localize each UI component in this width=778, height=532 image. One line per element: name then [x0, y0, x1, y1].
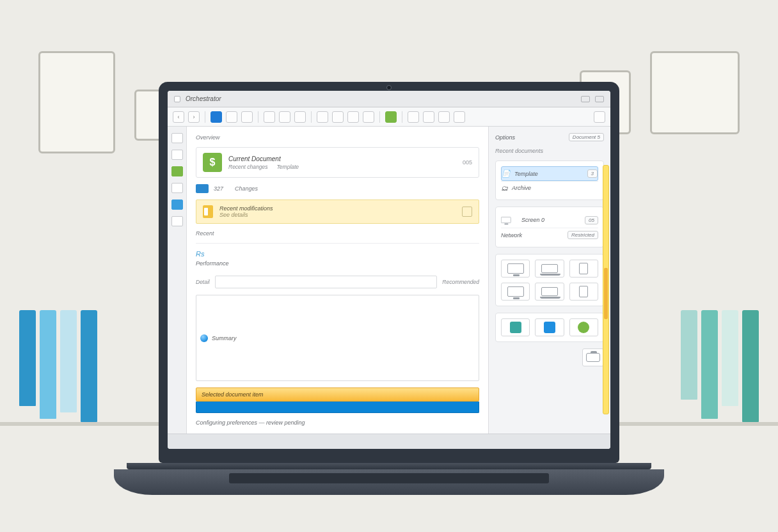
laptop: Orchestrator ‹ › — [159, 82, 619, 495]
toolbar-save-button[interactable] — [241, 111, 253, 123]
toolbar-align-center-button[interactable] — [423, 111, 434, 123]
rpanel-row4-badge: Restricted — [568, 231, 598, 239]
toolbar-forward-button[interactable]: › — [188, 111, 200, 123]
perf-small-label: Rs — [196, 250, 204, 258]
notice-bar[interactable]: Recent modifications See details — [196, 199, 479, 224]
rpanel-row-network[interactable]: Network Restricted — [501, 228, 598, 242]
rpanel-row2-label: Archive — [512, 185, 531, 191]
detail-input[interactable] — [215, 276, 438, 288]
section2-label: Recent — [196, 230, 479, 237]
rpanel-row1-label: Template — [514, 171, 538, 177]
green-circle-icon — [578, 322, 589, 333]
iconbar-home-icon[interactable] — [171, 133, 183, 143]
iconbar-active-icon[interactable] — [171, 166, 183, 176]
rpanel-card1: 📄Template 3 🗂Archive — [495, 160, 604, 200]
rpanel-row-archive[interactable]: 🗂Archive — [501, 181, 598, 194]
toolbar-open-button[interactable] — [226, 111, 237, 123]
card-sub2: Template — [276, 164, 299, 170]
laptop-icon — [541, 287, 558, 296]
card-sub1: Recent changes — [228, 164, 267, 170]
perf-head: Performance — [196, 260, 479, 267]
toolbar-paste-button[interactable] — [294, 111, 306, 123]
primary-card[interactable]: $ Current Document Recent changes Templa… — [196, 147, 479, 178]
progress-bar — [196, 402, 479, 413]
device-page-button[interactable] — [569, 260, 598, 278]
notice-folder-icon — [203, 205, 213, 218]
device-aux3-button[interactable] — [569, 283, 598, 301]
titlebar: Orchestrator — [168, 91, 610, 107]
iconbar-doc-icon[interactable] — [171, 150, 183, 160]
card-badge-icon: $ — [203, 153, 222, 172]
maximize-button[interactable] — [595, 96, 604, 102]
archive-icon: 🗂 — [501, 184, 508, 192]
section-label: Overview — [196, 134, 479, 141]
main-panel: Overview $ Current Document Recent chang… — [187, 127, 489, 434]
rpanel-row-template[interactable]: 📄Template 3 — [501, 166, 598, 181]
toolbar-barcode-button[interactable] — [347, 111, 359, 123]
iconbar-more-icon[interactable] — [171, 216, 183, 226]
toolbar-align-right-button[interactable] — [438, 111, 450, 123]
teal-square-icon — [510, 322, 521, 333]
card-title: Current Document — [228, 155, 456, 162]
selected-item-label: Selected document item — [202, 391, 264, 398]
detail-meta: Recommended — [442, 279, 479, 285]
rpanel-card2: Screen 0 05 Network Restricted — [495, 207, 604, 247]
notice-line1: Recent modifications — [219, 205, 273, 212]
monitor-icon — [507, 263, 524, 274]
toolbar-grid-button[interactable] — [332, 111, 344, 123]
toolbar-back-button[interactable]: ‹ — [173, 111, 184, 123]
right-panel: Options Document 5 Recent documents 📄Tem… — [489, 127, 610, 434]
vertical-scrollbar[interactable] — [603, 165, 609, 414]
taskbar — [168, 434, 610, 449]
toolbar-cut-button[interactable] — [264, 111, 275, 123]
toolbar-options-button[interactable] — [454, 111, 465, 123]
notice-line2: See details — [219, 212, 273, 218]
rpanel-row-screen[interactable]: Screen 0 05 — [501, 212, 598, 228]
toolbar-list-button[interactable] — [317, 111, 328, 123]
scrollbar-thumb[interactable] — [604, 268, 608, 319]
rpanel-tab[interactable]: Document 5 — [569, 133, 604, 141]
app-title: Orchestrator — [186, 95, 221, 102]
device-aux2-button[interactable] — [535, 283, 564, 301]
iconbar-folder-icon[interactable] — [171, 183, 183, 193]
page-icon — [579, 286, 588, 297]
asset-blue-button[interactable] — [535, 318, 564, 336]
monitor-icon — [507, 286, 524, 297]
stat-label: Changes — [235, 185, 258, 192]
toolbar-settings-button[interactable] — [594, 111, 605, 123]
status-text: Configuring preferences — review pending — [196, 419, 479, 426]
rpanel-row4-label: Network — [501, 232, 522, 239]
rpanel-group1-label: Recent documents — [495, 148, 604, 154]
rpanel-assets — [495, 313, 604, 342]
toolbar-view-button[interactable] — [363, 111, 374, 123]
performance-block: Rs Performance — [196, 243, 479, 269]
laptop-icon — [541, 264, 558, 273]
device-aux1-button[interactable] — [501, 283, 530, 301]
minimize-button[interactable] — [581, 96, 590, 102]
asset-teal-button[interactable] — [501, 318, 530, 336]
toolbar-run-button[interactable] — [385, 111, 397, 123]
blue-dot-icon — [200, 334, 208, 342]
device-monitor-button[interactable] — [501, 260, 530, 278]
summary-label: Summary — [212, 335, 237, 341]
page-icon — [579, 263, 588, 274]
iconbar-link-icon[interactable] — [171, 199, 183, 210]
notice-dismiss-button[interactable] — [462, 207, 472, 217]
camera-dot-icon — [386, 85, 392, 90]
app-window: Orchestrator ‹ › — [168, 91, 610, 449]
stat-row: 327 Changes — [196, 184, 479, 193]
summary-input[interactable]: Summary — [196, 295, 479, 381]
toolbar-align-left-button[interactable] — [408, 111, 419, 123]
device-laptop-button[interactable] — [535, 260, 564, 278]
card-meta: 005 — [463, 159, 472, 166]
rpanel-devices — [495, 254, 604, 306]
camera-button[interactable] — [582, 348, 604, 366]
stat-count: 327 — [214, 185, 223, 192]
selected-item[interactable]: Selected document item — [196, 387, 479, 402]
window-menu-icon[interactable] — [174, 96, 180, 102]
toolbar-copy-button[interactable] — [279, 111, 290, 123]
asset-green-button[interactable] — [569, 318, 598, 336]
left-iconbar — [168, 127, 187, 434]
toolbar-new-button[interactable] — [210, 111, 222, 123]
rpanel-header: Options — [495, 134, 515, 141]
